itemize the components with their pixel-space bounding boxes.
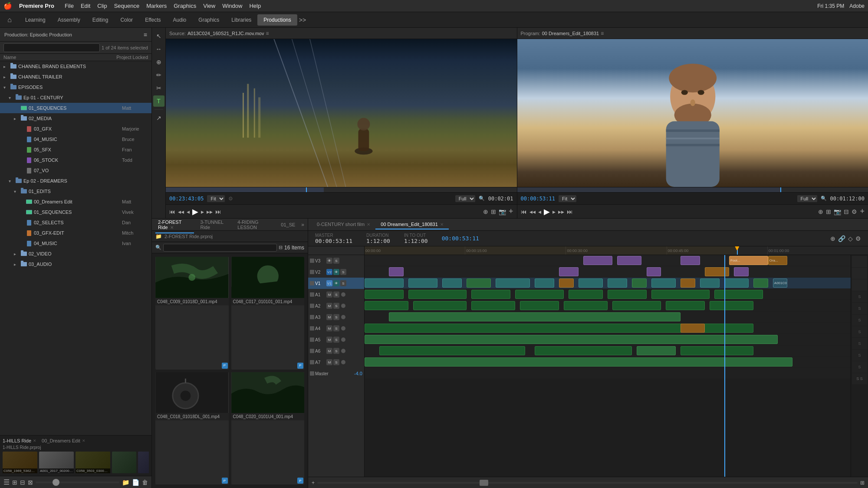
- clip-a1-4[interactable]: [515, 290, 564, 299]
- clip-a6-3[interactable]: [637, 346, 676, 355]
- track-s-a5[interactable]: S: [333, 337, 339, 343]
- clip-search-input[interactable]: [163, 244, 277, 252]
- clip-a2-2[interactable]: [413, 301, 467, 310]
- freeform-icon[interactable]: ⊠: [28, 479, 33, 486]
- prog-next-frame-icon[interactable]: ▸: [552, 208, 556, 215]
- clip-tabs-more-icon[interactable]: »: [301, 222, 304, 228]
- program-zoom-icon[interactable]: 🔍: [821, 196, 827, 201]
- clip-v2-2[interactable]: [559, 267, 579, 276]
- clip-a2-7[interactable]: [666, 301, 705, 310]
- track-m-a3[interactable]: M: [326, 314, 332, 320]
- timeline-ruler[interactable]: 00:00:00 00:00:15:00 00:00:30:00 00:00:4…: [365, 246, 868, 255]
- tree-02-video[interactable]: ▸ 02_VIDEO: [0, 249, 151, 259]
- clip-v1-10[interactable]: [632, 278, 647, 288]
- track-eye-v1[interactable]: 👁: [333, 280, 339, 286]
- delete-icon[interactable]: 🗑: [142, 479, 148, 486]
- track-eye-v3[interactable]: 👁: [326, 258, 332, 264]
- clip-a2-6[interactable]: [612, 301, 661, 310]
- play-button[interactable]: ▶: [192, 207, 198, 216]
- timeline-link-icon[interactable]: 🔗: [838, 235, 845, 242]
- clip-v1-15[interactable]: [753, 278, 768, 288]
- clip-a1-3[interactable]: [471, 290, 510, 299]
- source-more-icon[interactable]: ≡: [266, 30, 269, 36]
- clip-v1-14[interactable]: [724, 278, 749, 288]
- tree-04-music-ep2[interactable]: 04_MUSIC Ivan: [0, 238, 151, 249]
- workspace-more-icon[interactable]: >>: [299, 16, 306, 23]
- tab-assembly[interactable]: Assembly: [52, 14, 86, 26]
- timeline-zoom-slider[interactable]: [317, 482, 858, 484]
- track-s-a1[interactable]: S: [333, 291, 339, 298]
- tree-02-media[interactable]: ▸ 02_MEDIA: [0, 113, 151, 124]
- tab-effects[interactable]: Effects: [139, 14, 167, 26]
- sort-icon[interactable]: ⊟: [20, 479, 25, 486]
- prog-mark-out-icon[interactable]: ⏭: [567, 208, 573, 215]
- tab-graphics[interactable]: Graphics: [192, 14, 225, 26]
- clip-tab-tunnel[interactable]: 3-TUNNEL Ride: [197, 219, 231, 231]
- clip-v1-1[interactable]: [365, 278, 404, 288]
- tree-06-stock[interactable]: 06_STOCK Todd: [0, 155, 151, 165]
- step-back-icon[interactable]: ◂◂: [178, 208, 184, 215]
- prog-prev-frame-icon[interactable]: ◂: [538, 208, 541, 215]
- timeline-tab-dreamers[interactable]: 00 Dreamers_Edit_180831 ✕: [375, 220, 449, 229]
- tree-channel-brand[interactable]: ▸ CHANNEL BRAND ELEMENTS: [0, 61, 151, 72]
- grid-view-icon[interactable]: ⊞: [12, 479, 17, 486]
- track-m-a5[interactable]: M: [326, 337, 332, 343]
- track-solo-v1[interactable]: S: [340, 280, 346, 286]
- mark-in-icon[interactable]: ⏮: [169, 208, 175, 215]
- menu-markers[interactable]: Markers: [146, 3, 167, 9]
- timeline-snap-icon[interactable]: ⊕: [830, 235, 835, 242]
- thumb-hills-1[interactable]: C058_1969_5362_001.mp4: [3, 452, 37, 473]
- pen-tool[interactable]: ✏: [153, 69, 164, 81]
- clip-v3-5[interactable]: Ora...: [768, 256, 788, 265]
- tree-07-vo[interactable]: 07_VO: [0, 165, 151, 176]
- clip-item-1[interactable]: C048_C009_01018D_001.mp4 P: [155, 257, 229, 370]
- tree-ep02[interactable]: ▾ Ep 02 - DREAMERS: [0, 176, 151, 186]
- prog-step-back-icon[interactable]: ◂◂: [529, 208, 536, 215]
- clip-a3-music[interactable]: [389, 312, 681, 321]
- new-bin-icon[interactable]: 📁: [122, 479, 129, 486]
- razor-tool[interactable]: ✂: [153, 82, 164, 94]
- track-m-a6[interactable]: M: [326, 348, 332, 354]
- bottom-tab-dreamers[interactable]: 00_Dreamers Edit: [42, 438, 80, 443]
- zoom-slider[interactable]: [36, 481, 119, 483]
- prog-comparison-icon[interactable]: ⊟: [844, 208, 849, 215]
- tree-01-sequences[interactable]: 01_SEQUENCES Matt: [0, 103, 151, 113]
- thumb-hills-5[interactable]: [138, 452, 149, 473]
- clip-a2-3[interactable]: [471, 301, 515, 310]
- track-s-a3[interactable]: S: [333, 314, 339, 320]
- program-more-icon[interactable]: ≡: [601, 30, 604, 36]
- program-scrubbar[interactable]: [517, 187, 868, 192]
- menu-view[interactable]: View: [203, 3, 215, 9]
- timeline-add-icon[interactable]: +: [312, 480, 315, 486]
- prog-play-button[interactable]: ▶: [544, 207, 550, 216]
- type-tool[interactable]: T: [153, 95, 164, 107]
- tab-audio[interactable]: Audio: [167, 14, 193, 26]
- track-m-a7[interactable]: M: [326, 359, 332, 365]
- panel-menu-icon[interactable]: ≡: [144, 31, 147, 38]
- tree-01-seq-ep2[interactable]: 01_SEQUENCES Vivek: [0, 207, 151, 217]
- program-fit-select[interactable]: Fit: [559, 195, 576, 202]
- clip-v1-11[interactable]: [651, 278, 676, 288]
- program-quality-select[interactable]: Full: [797, 195, 817, 202]
- timeline-marker-icon[interactable]: ◇: [848, 235, 853, 242]
- tree-02-selects[interactable]: 02_SELECTS Dan: [0, 217, 151, 228]
- clip-v3-4[interactable]: Foot...: [729, 256, 768, 265]
- tree-dreamers-edit[interactable]: 00_Dreamers Edit Matt: [0, 197, 151, 207]
- zoom-tool[interactable]: ⊕: [153, 56, 164, 68]
- track-s-a2[interactable]: S: [333, 303, 339, 309]
- track-m-a4[interactable]: M: [326, 325, 332, 331]
- track-s-a4[interactable]: S: [333, 325, 339, 331]
- next-frame-icon[interactable]: ▸: [201, 208, 204, 215]
- track-sync-v1[interactable]: V1: [326, 280, 332, 286]
- source-screen[interactable]: [166, 39, 517, 187]
- misc-tool[interactable]: ↗: [153, 112, 164, 124]
- prog-extract-icon[interactable]: ⊞: [826, 208, 831, 215]
- clip-a1-5[interactable]: [569, 290, 602, 299]
- clip-v1-3[interactable]: [442, 278, 462, 288]
- tab-learning[interactable]: Learning: [19, 14, 52, 26]
- timeline-settings-icon[interactable]: ⚙: [855, 235, 861, 242]
- zoom-handle[interactable]: [53, 479, 59, 486]
- clip-v1-12[interactable]: [681, 278, 695, 288]
- clip-v2-1[interactable]: [389, 267, 404, 276]
- tab-libraries[interactable]: Libraries: [225, 14, 257, 26]
